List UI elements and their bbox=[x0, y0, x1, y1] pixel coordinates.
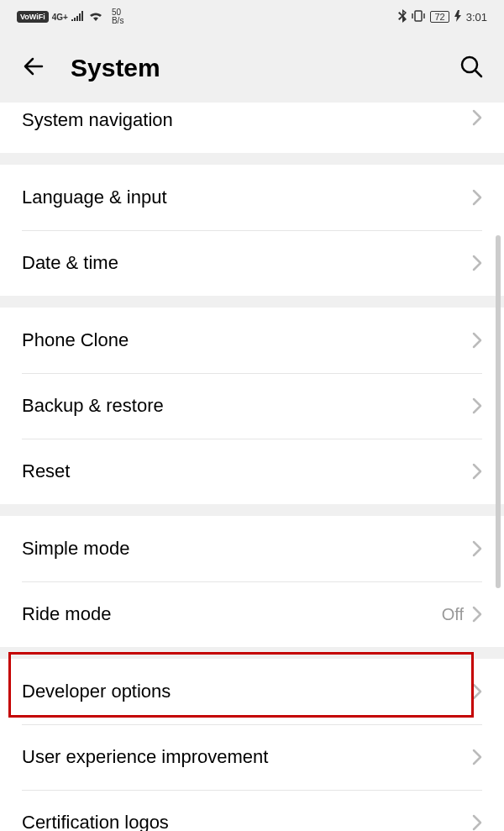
vowifi-badge: VoWiFi bbox=[17, 11, 49, 23]
status-bar: VoWiFi 4G+ 50 B/s 72 bbox=[0, 0, 504, 34]
item-label: Phone Clone bbox=[22, 329, 129, 351]
chevron-right-icon bbox=[472, 814, 482, 831]
clock-time: 3:01 bbox=[466, 11, 487, 24]
item-label: Reset bbox=[22, 460, 70, 482]
data-speed: 50 B/s bbox=[112, 8, 123, 25]
settings-item-system-navigation[interactable]: System navigation bbox=[0, 103, 504, 153]
chevron-right-icon bbox=[472, 397, 482, 414]
scrollbar[interactable] bbox=[496, 235, 501, 588]
item-label: Date & time bbox=[22, 252, 118, 274]
settings-section: System navigation bbox=[0, 103, 504, 153]
settings-section: Language & input Date & time bbox=[0, 165, 504, 296]
charging-icon bbox=[454, 10, 461, 24]
item-label: Ride mode bbox=[22, 603, 111, 625]
item-label: Language & input bbox=[22, 187, 167, 208]
page-title: System bbox=[71, 54, 435, 82]
network-type: 4G+ bbox=[52, 13, 68, 22]
settings-item-developer-options[interactable]: Developer options bbox=[0, 659, 504, 724]
item-label: Simple mode bbox=[22, 538, 129, 560]
vibrate-icon bbox=[412, 10, 425, 24]
settings-item-user-experience[interactable]: User experience improvement bbox=[0, 724, 504, 790]
settings-item-phone-clone[interactable]: Phone Clone bbox=[0, 308, 504, 373]
settings-section: Developer options User experience improv… bbox=[0, 659, 504, 831]
settings-item-date-time[interactable]: Date & time bbox=[0, 230, 504, 296]
settings-item-certification-logos[interactable]: Certification logos bbox=[0, 790, 504, 831]
wifi-icon bbox=[88, 10, 103, 24]
item-label: Certification logos bbox=[22, 812, 169, 831]
app-header: System bbox=[0, 34, 504, 103]
search-button[interactable] bbox=[459, 54, 484, 82]
item-value: Off bbox=[442, 605, 464, 624]
back-button[interactable] bbox=[20, 53, 47, 83]
item-label: System navigation bbox=[22, 109, 173, 131]
chevron-right-icon bbox=[472, 540, 482, 557]
settings-item-ride-mode[interactable]: Ride mode Off bbox=[0, 581, 504, 647]
chevron-right-icon bbox=[472, 749, 482, 765]
item-label: Backup & restore bbox=[22, 395, 164, 417]
item-label: Developer options bbox=[22, 681, 171, 702]
settings-item-simple-mode[interactable]: Simple mode bbox=[0, 516, 504, 581]
chevron-right-icon bbox=[472, 683, 482, 700]
bluetooth-icon bbox=[398, 9, 407, 25]
item-label: User experience improvement bbox=[22, 746, 268, 768]
battery-indicator: 72 bbox=[430, 11, 449, 23]
signal-icon bbox=[71, 11, 85, 24]
settings-item-backup-restore[interactable]: Backup & restore bbox=[0, 373, 504, 439]
svg-rect-0 bbox=[415, 11, 422, 21]
chevron-right-icon bbox=[472, 255, 482, 271]
settings-item-reset[interactable]: Reset bbox=[0, 439, 504, 504]
settings-section: Phone Clone Backup & restore Reset bbox=[0, 308, 504, 504]
settings-item-language-input[interactable]: Language & input bbox=[0, 165, 504, 230]
chevron-right-icon bbox=[472, 332, 482, 349]
chevron-right-icon bbox=[472, 606, 482, 623]
settings-section: Simple mode Ride mode Off bbox=[0, 516, 504, 647]
chevron-right-icon bbox=[472, 109, 482, 126]
chevron-right-icon bbox=[472, 463, 482, 480]
chevron-right-icon bbox=[472, 189, 482, 206]
